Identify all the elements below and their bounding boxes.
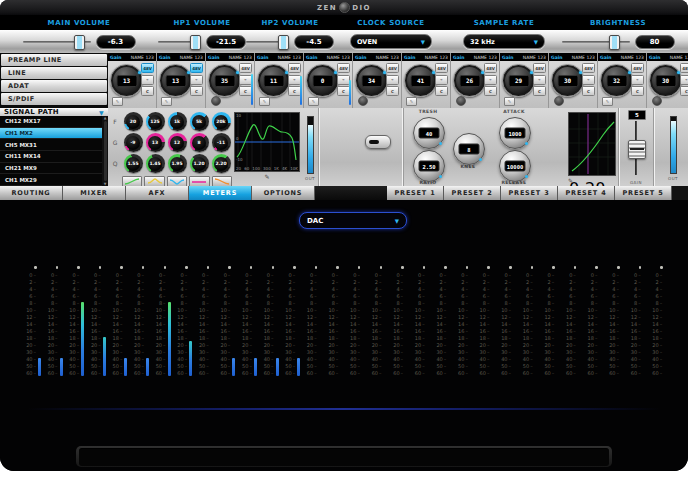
gain-value-display[interactable]: 5 xyxy=(628,110,646,120)
channel-name[interactable]: NAME 123 xyxy=(376,55,399,60)
eq-f-knob-3[interactable]: 1k xyxy=(168,112,187,131)
phantom-48v-button[interactable]: 48V xyxy=(386,63,399,73)
tab-preset-1[interactable]: PRESET 1 xyxy=(387,186,444,200)
input-select-adat[interactable]: ADAT xyxy=(1,80,107,92)
scroll-thumb[interactable] xyxy=(104,121,107,181)
eq-q-knob-1[interactable]: 1.55 xyxy=(124,154,143,173)
calibration-button[interactable]: C xyxy=(386,86,399,96)
channel-name[interactable]: NAME 123 xyxy=(572,55,595,60)
signal-path-item-ch1-mx2[interactable]: CH1 MX2 xyxy=(0,128,102,140)
pad-button[interactable]: ⌁ xyxy=(386,75,399,85)
phantom-48v-button[interactable]: 48V xyxy=(484,63,497,73)
input-select-s-pdif[interactable]: S/PDIF xyxy=(1,93,107,105)
slider-handle[interactable] xyxy=(278,35,289,50)
tab-preset-2[interactable]: PRESET 2 xyxy=(444,186,501,200)
trim-knob[interactable] xyxy=(358,96,368,106)
attack-knob[interactable]: 1000 xyxy=(499,117,531,149)
eq-g-knob-2[interactable]: 13 xyxy=(146,133,165,152)
pad-button[interactable]: ⌁ xyxy=(533,75,546,85)
gain-knob[interactable]: 29 xyxy=(502,64,535,97)
edit-name-button[interactable]: ✎ xyxy=(602,97,613,106)
calibration-button[interactable]: C xyxy=(484,86,497,96)
brightness-slider[interactable] xyxy=(562,41,630,43)
calibration-button[interactable]: C xyxy=(141,86,154,96)
eq-q-knob-5[interactable]: 2.20 xyxy=(212,154,231,173)
slider-handle[interactable] xyxy=(74,35,85,50)
brightness-value[interactable]: 80 xyxy=(635,35,675,49)
phantom-48v-button[interactable]: 48V xyxy=(190,63,203,73)
edit-name-button[interactable]: ✎ xyxy=(161,97,172,106)
channel-name[interactable]: NAME 123 xyxy=(327,55,350,60)
clock-source-select[interactable]: OVEN▼ xyxy=(350,34,432,49)
phantom-48v-button[interactable]: 48V xyxy=(533,63,546,73)
ratio-knob[interactable]: 2.50 xyxy=(413,150,445,182)
gain-knob[interactable]: 35 xyxy=(208,64,241,97)
signal-path-item-ch1-mx29[interactable]: CH1 MX29 xyxy=(0,174,102,186)
bypass-toggle[interactable] xyxy=(365,135,391,149)
input-select-preamp-line[interactable]: PREAMP LINE xyxy=(1,54,107,66)
sample-rate-select[interactable]: 32 kHz▼ xyxy=(463,34,545,49)
slider-handle[interactable] xyxy=(609,35,620,50)
channel-name[interactable]: NAME 123 xyxy=(621,55,644,60)
pad-button[interactable]: ⌁ xyxy=(435,75,448,85)
gain-knob[interactable]: 30 xyxy=(551,64,584,97)
phantom-48v-button[interactable]: 48V xyxy=(631,63,644,73)
scroll-up-icon[interactable]: ▲ xyxy=(104,116,107,120)
channel-name[interactable]: NAME 123 xyxy=(180,55,203,60)
gain-knob[interactable]: 26 xyxy=(453,64,486,97)
phantom-48v-button[interactable]: 48V xyxy=(239,63,252,73)
tab-preset-5[interactable]: PRESET 5 xyxy=(615,186,672,200)
gain-knob[interactable]: 41 xyxy=(404,64,437,97)
pad-button[interactable]: ⌁ xyxy=(190,75,203,85)
channel-name[interactable]: NAME 123 xyxy=(523,55,546,60)
meter-source-select[interactable]: DAC ▼ xyxy=(299,212,407,229)
tab-routing[interactable]: ROUTING xyxy=(0,186,63,200)
gain-knob[interactable]: 32 xyxy=(600,64,633,97)
signal-path-item-ch12-mx17[interactable]: CH12 MX17 xyxy=(0,116,102,128)
phantom-48v-button[interactable]: 48V xyxy=(141,63,154,73)
slider-handle[interactable] xyxy=(190,35,201,50)
eq-f-knob-2[interactable]: 125 xyxy=(146,112,165,131)
tab-preset-4[interactable]: PRESET 4 xyxy=(558,186,615,200)
eq-f-knob-4[interactable]: 5k xyxy=(190,112,209,131)
main-volume-value[interactable]: -6.3 xyxy=(96,35,136,49)
edit-name-button[interactable]: ✎ xyxy=(112,97,123,106)
tab-mixer[interactable]: MIXER xyxy=(63,186,126,200)
calibration-button[interactable]: C xyxy=(582,86,595,96)
gain-knob[interactable]: 11 xyxy=(257,64,290,97)
thresh-knob[interactable]: 40 xyxy=(413,117,445,149)
channel-name[interactable]: NAME 123 xyxy=(229,55,252,60)
trim-knob[interactable] xyxy=(456,96,466,106)
eq-g-knob-3[interactable]: 12 xyxy=(168,133,187,152)
input-select-line[interactable]: LINE xyxy=(1,67,107,79)
gain-knob[interactable]: 13 xyxy=(110,64,143,97)
eq-q-knob-2[interactable]: 1.45 xyxy=(146,154,165,173)
main-volume-slider[interactable] xyxy=(23,41,91,43)
hp2-volume-slider[interactable] xyxy=(246,41,289,43)
channel-name[interactable]: NAME 123 xyxy=(670,55,688,60)
calibration-button[interactable]: C xyxy=(680,86,688,96)
signal-path-scrollbar[interactable]: ▲▼ xyxy=(102,116,108,186)
hp2-volume-value[interactable]: -4.5 xyxy=(294,35,334,49)
hp1-volume-slider[interactable] xyxy=(158,41,201,43)
trim-knob[interactable] xyxy=(652,96,662,106)
channel-name[interactable]: NAME 123 xyxy=(425,55,448,60)
pad-button[interactable]: ⌁ xyxy=(680,75,688,85)
edit-name-button[interactable]: ✎ xyxy=(259,97,270,106)
phantom-48v-button[interactable]: 48V xyxy=(435,63,448,73)
gain-knob[interactable]: 13 xyxy=(159,64,192,97)
hp1-volume-value[interactable]: -21.5 xyxy=(206,35,246,49)
tab-meters[interactable]: METERS xyxy=(189,186,252,200)
gain-knob[interactable]: 0 xyxy=(306,64,339,97)
phantom-48v-button[interactable]: 48V xyxy=(288,63,301,73)
eq-g-knob-4[interactable]: 8 xyxy=(190,133,209,152)
calibration-button[interactable]: C xyxy=(435,86,448,96)
phantom-48v-button[interactable]: 48V xyxy=(337,63,350,73)
tab-options[interactable]: OPTIONS xyxy=(252,186,315,200)
edit-name-button[interactable]: ✎ xyxy=(406,97,417,106)
knee-knob[interactable]: 8 xyxy=(453,133,485,165)
signal-path-item-ch5-mx31[interactable]: CH5 MX31 xyxy=(0,139,102,151)
gain-fader-handle[interactable] xyxy=(628,140,646,159)
channel-name[interactable]: NAME 123 xyxy=(131,55,154,60)
channel-name[interactable]: NAME 123 xyxy=(474,55,497,60)
